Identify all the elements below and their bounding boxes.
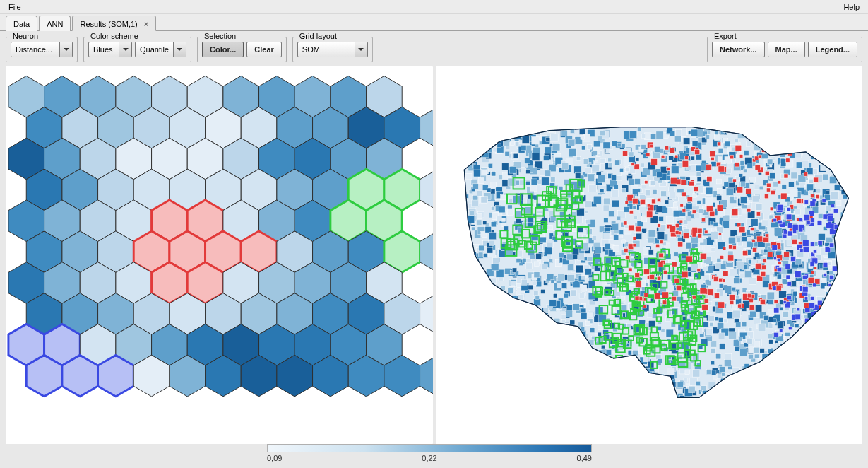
svg-rect-2294	[660, 148, 664, 153]
svg-rect-251	[754, 318, 760, 324]
som-hex-cell[interactable]	[420, 293, 433, 335]
svg-rect-1974	[466, 312, 473, 320]
svg-rect-2068	[544, 247, 552, 255]
svg-rect-2406	[657, 326, 661, 330]
svg-rect-3056	[828, 316, 832, 320]
svg-rect-2222	[514, 367, 519, 372]
export-map-button[interactable]: Map...	[768, 42, 805, 57]
svg-rect-1422	[621, 364, 624, 368]
menu-file[interactable]: File	[4, 0, 25, 13]
svg-rect-3139	[787, 207, 790, 211]
svg-rect-1504	[845, 366, 850, 371]
svg-rect-2591	[492, 264, 498, 270]
svg-rect-1040	[614, 185, 618, 189]
svg-rect-3012	[643, 293, 648, 297]
svg-rect-2093	[822, 174, 828, 180]
svg-rect-3027	[717, 142, 720, 146]
svg-rect-683	[475, 362, 480, 367]
svg-rect-1042	[816, 364, 824, 371]
svg-rect-2165	[541, 377, 547, 382]
tab-ann[interactable]: ANN	[39, 16, 71, 31]
palette-combo[interactable]: Blues	[88, 42, 132, 57]
svg-rect-1556	[576, 265, 583, 273]
export-legend-button[interactable]: Legend...	[808, 42, 857, 57]
svg-rect-1686	[595, 393, 601, 399]
svg-rect-3134	[787, 282, 791, 286]
svg-rect-627	[739, 384, 746, 390]
svg-rect-2891	[813, 177, 818, 182]
svg-rect-2306	[484, 363, 490, 369]
svg-rect-2431	[600, 130, 605, 135]
svg-rect-2504	[843, 320, 846, 323]
svg-rect-656	[804, 376, 812, 384]
svg-rect-2299	[608, 163, 612, 167]
svg-rect-606	[503, 358, 506, 361]
som-hex-cell[interactable]	[420, 107, 433, 148]
svg-rect-2080	[487, 375, 494, 382]
svg-rect-2998	[751, 240, 754, 242]
svg-rect-1460	[609, 386, 614, 391]
svg-rect-3115	[777, 204, 783, 211]
svg-rect-2553	[523, 326, 526, 329]
tab-data[interactable]: Data	[6, 16, 37, 31]
tab-results[interactable]: Results (SOM,1) ×	[72, 16, 156, 31]
menu-help[interactable]: Help	[839, 0, 864, 13]
classification-combo[interactable]: Quantile	[135, 42, 186, 57]
svg-rect-2089	[648, 230, 655, 237]
svg-rect-1944	[510, 141, 514, 145]
som-hex-cell[interactable]	[26, 355, 62, 397]
close-icon[interactable]: ×	[144, 20, 148, 28]
svg-rect-279	[842, 162, 845, 165]
svg-rect-1200	[765, 378, 769, 382]
svg-rect-2820	[780, 193, 787, 199]
svg-rect-1230	[835, 238, 842, 245]
svg-rect-1932	[504, 351, 511, 358]
svg-rect-3043	[812, 338, 819, 344]
svg-rect-2219	[522, 258, 526, 262]
grid-layout-combo[interactable]: SOM	[297, 42, 368, 57]
svg-rect-423	[820, 377, 827, 384]
svg-rect-1171	[798, 139, 802, 144]
svg-rect-873	[848, 271, 854, 277]
svg-rect-1273	[624, 370, 629, 375]
svg-rect-1301	[843, 379, 848, 385]
neuron-combo[interactable]: Distance...	[11, 42, 73, 57]
svg-rect-2939	[718, 166, 724, 172]
selection-clear-button[interactable]: Clear	[246, 42, 282, 57]
legend-min: 0,09	[267, 454, 282, 462]
svg-rect-535	[826, 386, 831, 391]
svg-rect-1895	[635, 158, 638, 161]
svg-rect-1472	[847, 320, 851, 324]
svg-rect-82	[588, 370, 592, 374]
svg-rect-2890	[766, 183, 771, 187]
svg-rect-1513	[749, 311, 756, 317]
svg-rect-3040	[813, 324, 819, 331]
selection-color-button[interactable]: Color...	[202, 42, 244, 57]
svg-rect-2576	[518, 131, 523, 136]
svg-rect-2819	[657, 276, 660, 280]
svg-rect-2061	[476, 220, 482, 226]
choropleth-map-panel[interactable]	[436, 66, 863, 444]
export-network-button[interactable]: Network...	[712, 42, 765, 57]
svg-rect-1012	[666, 216, 674, 224]
svg-rect-1297	[739, 274, 744, 279]
svg-rect-2881	[774, 300, 778, 303]
combo-value: SOM	[298, 42, 355, 57]
svg-rect-2090	[688, 386, 694, 392]
som-hex-cell[interactable]	[62, 355, 98, 397]
svg-rect-1019	[656, 376, 661, 381]
svg-rect-318	[504, 349, 509, 354]
svg-rect-1276	[465, 352, 469, 356]
svg-rect-2887	[657, 198, 660, 201]
svg-rect-3121	[787, 223, 792, 228]
svg-rect-454	[533, 339, 540, 345]
som-hex-cell[interactable]	[420, 355, 433, 397]
som-hex-cell[interactable]	[98, 355, 134, 397]
svg-rect-2980	[729, 155, 733, 159]
svg-rect-1243	[545, 332, 552, 339]
som-hex-cell[interactable]	[420, 169, 433, 211]
svg-rect-1395	[481, 138, 484, 141]
som-hex-cell[interactable]	[420, 231, 433, 273]
svg-rect-1936	[481, 170, 487, 175]
som-hex-panel[interactable]	[6, 66, 433, 444]
